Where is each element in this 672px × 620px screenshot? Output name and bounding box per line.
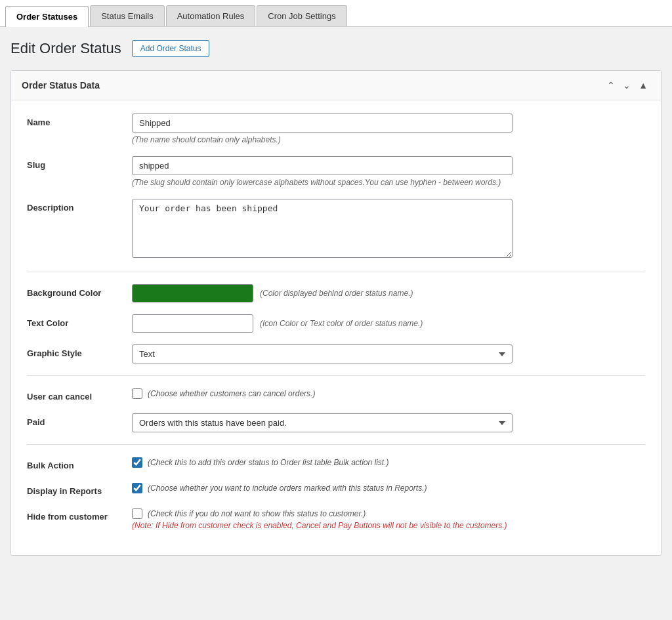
bulk-action-checkbox-row: (Check this to add this order status to …	[132, 457, 645, 468]
display-in-reports-label: Display in Reports	[27, 482, 132, 496]
display-in-reports-row: Display in Reports (Choose whether you w…	[27, 482, 645, 496]
user-can-cancel-field: (Choose whether customers can cancel ord…	[132, 388, 645, 400]
form-body: Name (The name should contain only alpha…	[11, 100, 661, 555]
text-color-swatch[interactable]	[132, 314, 253, 333]
bg-color-label: Background Color	[27, 284, 132, 298]
display-in-reports-checkbox-row: (Choose whether you want to include orde…	[132, 482, 645, 494]
name-hint: (The name should contain only alphabets.…	[132, 135, 645, 144]
page-content: Edit Order Status Add Order Status Order…	[0, 27, 672, 569]
bulk-action-row: Bulk Action (Check this to add this orde…	[27, 444, 645, 470]
order-status-card: Order Status Data ⌃ ⌄ ▲ Name (The name s…	[10, 70, 662, 556]
page-header: Edit Order Status Add Order Status	[10, 40, 662, 57]
description-label: Description	[27, 199, 132, 213]
tab-status-emails[interactable]: Status Emails	[90, 5, 164, 26]
bg-color-hint: (Color displayed behind order status nam…	[260, 289, 413, 298]
display-in-reports-field: (Choose whether you want to include orde…	[132, 482, 645, 494]
tab-order-statuses[interactable]: Order Statuses	[5, 6, 89, 27]
card-title: Order Status Data	[22, 80, 100, 91]
display-in-reports-checkbox[interactable]	[132, 483, 142, 493]
name-field: (The name should contain only alphabets.…	[132, 114, 645, 144]
graphic-style-row: Graphic Style Text Icon Badge	[27, 344, 645, 363]
user-can-cancel-label: User can cancel	[27, 388, 132, 402]
graphic-style-label: Graphic Style	[27, 344, 132, 358]
app-wrapper: Order Statuses Status Emails Automation …	[0, 0, 672, 620]
bg-color-field: (Color displayed behind order status nam…	[132, 284, 645, 302]
hide-from-customer-label: Hide from customer	[27, 508, 132, 522]
graphic-style-select[interactable]: Text Icon Badge	[132, 344, 513, 363]
description-row: Description Your order has been shipped	[27, 199, 645, 260]
text-color-picker-wrapper: (Icon Color or Text color of order statu…	[132, 314, 645, 333]
tab-cron-job-settings[interactable]: Cron Job Settings	[257, 5, 346, 26]
bulk-action-field: (Check this to add this order status to …	[132, 457, 645, 468]
hide-from-customer-note: (Note: If Hide from customer check is en…	[132, 521, 645, 530]
bg-color-row: Background Color (Color displayed behind…	[27, 272, 645, 302]
bulk-action-checkbox[interactable]	[132, 457, 142, 468]
text-color-row: Text Color (Icon Color or Text color of …	[27, 314, 645, 333]
user-can-cancel-hint: (Choose whether customers can cancel ord…	[148, 388, 315, 400]
text-color-hint: (Icon Color or Text color of order statu…	[260, 319, 423, 328]
paid-field: Orders with this status have been paid. …	[132, 413, 645, 432]
name-input[interactable]	[132, 114, 513, 133]
text-color-field: (Icon Color or Text color of order statu…	[132, 314, 645, 333]
user-can-cancel-checkbox[interactable]	[132, 388, 142, 399]
hide-from-customer-checkbox-row: (Check this if you do not want to show t…	[132, 508, 645, 520]
bg-color-picker-wrapper: (Color displayed behind order status nam…	[132, 284, 645, 302]
slug-field: (The slug should contain only lowercase …	[132, 156, 645, 187]
add-order-status-button[interactable]: Add Order Status	[132, 40, 210, 57]
card-down-button[interactable]: ⌄	[620, 79, 633, 92]
tab-automation-rules[interactable]: Automation Rules	[166, 5, 256, 26]
slug-label: Slug	[27, 156, 132, 170]
paid-label: Paid	[27, 413, 132, 427]
display-in-reports-hint: (Choose whether you want to include orde…	[148, 482, 427, 494]
user-can-cancel-row: User can cancel (Choose whether customer…	[27, 375, 645, 402]
hide-from-customer-hint: (Check this if you do not want to show t…	[148, 508, 366, 520]
name-row: Name (The name should contain only alpha…	[27, 114, 645, 144]
hide-from-customer-field: (Check this if you do not want to show t…	[132, 508, 645, 530]
tabs-bar: Order Statuses Status Emails Automation …	[0, 0, 672, 27]
paid-select[interactable]: Orders with this status have been paid. …	[132, 413, 513, 432]
user-can-cancel-checkbox-row: (Choose whether customers can cancel ord…	[132, 388, 645, 400]
hide-from-customer-checkbox[interactable]	[132, 508, 142, 519]
hide-from-customer-row: Hide from customer (Check this if you do…	[27, 508, 645, 530]
bg-color-swatch[interactable]	[132, 284, 253, 302]
bulk-action-label: Bulk Action	[27, 457, 132, 470]
slug-hint: (The slug should contain only lowercase …	[132, 178, 645, 187]
text-color-label: Text Color	[27, 314, 132, 328]
card-header: Order Status Data ⌃ ⌄ ▲	[11, 71, 661, 100]
paid-row: Paid Orders with this status have been p…	[27, 413, 645, 432]
name-label: Name	[27, 114, 132, 127]
page-title: Edit Order Status	[10, 40, 121, 57]
description-field: Your order has been shipped	[132, 199, 645, 260]
card-collapse-button[interactable]: ▲	[636, 79, 650, 92]
bulk-action-hint: (Check this to add this order status to …	[148, 457, 389, 468]
description-textarea[interactable]: Your order has been shipped	[132, 199, 513, 258]
slug-row: Slug (The slug should contain only lower…	[27, 156, 645, 187]
card-up-button[interactable]: ⌃	[604, 79, 618, 92]
graphic-style-field: Text Icon Badge	[132, 344, 645, 363]
slug-input[interactable]	[132, 156, 513, 175]
card-controls: ⌃ ⌄ ▲	[604, 79, 650, 92]
